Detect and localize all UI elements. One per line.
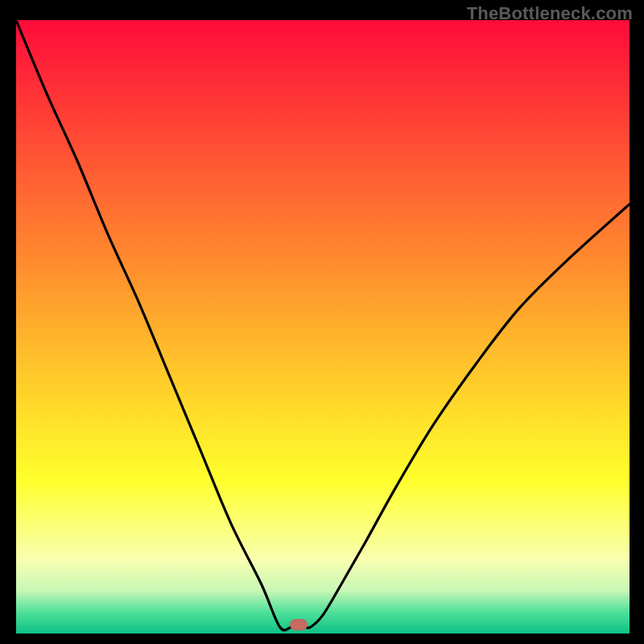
background-gradient	[16, 20, 630, 634]
watermark-text: TheBottleneck.com	[467, 3, 633, 24]
minimum-marker	[290, 619, 308, 630]
plot-area	[16, 20, 630, 634]
chart-frame: TheBottleneck.com	[0, 0, 644, 644]
chart-svg	[16, 20, 630, 634]
